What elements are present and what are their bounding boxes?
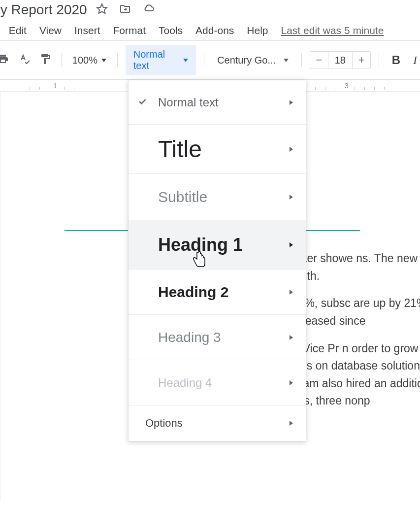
chevron-down-icon xyxy=(284,59,289,62)
style-label: Heading 3 xyxy=(158,330,221,345)
checkmark-icon xyxy=(137,96,147,109)
style-label: Heading 2 xyxy=(158,284,228,301)
chevron-right-icon xyxy=(290,195,293,200)
chevron-right-icon xyxy=(290,380,293,385)
style-label: Options xyxy=(145,417,183,430)
menu-view[interactable]: View xyxy=(39,25,62,36)
document-title[interactable]: onthly Report 2020 xyxy=(0,2,87,18)
paragraph-styles-dropdown[interactable]: Normal text xyxy=(126,45,196,75)
toolbar: 100% Normal text Century Go... − 18 + B … xyxy=(0,41,420,79)
style-label: Normal text xyxy=(158,96,219,109)
style-label: Subtitle xyxy=(158,189,207,205)
style-option-normal-text[interactable]: Normal text xyxy=(129,80,306,125)
menu-bar: e Edit View Insert Format Tools Add-ons … xyxy=(0,20,420,40)
font-family-label: Century Go... xyxy=(217,55,276,66)
zoom-dropdown[interactable]: 100% xyxy=(69,55,109,66)
menu-format[interactable]: Format xyxy=(113,25,146,36)
font-size-control: − 18 + xyxy=(310,51,371,69)
chevron-down-icon xyxy=(183,59,188,62)
last-edit-link[interactable]: Last edit was 5 minute xyxy=(281,25,384,36)
chevron-right-icon xyxy=(290,242,293,247)
italic-button[interactable]: I xyxy=(410,54,420,67)
increase-font-button[interactable]: + xyxy=(353,52,370,68)
font-size-value[interactable]: 18 xyxy=(328,52,353,68)
style-option-subtitle[interactable]: Subtitle xyxy=(129,174,306,220)
svg-marker-0 xyxy=(97,4,107,13)
menu-insert[interactable]: Insert xyxy=(74,25,100,36)
menu-addons[interactable]: Add-ons xyxy=(195,25,234,36)
style-option-heading-3[interactable]: Heading 3 xyxy=(129,315,306,360)
style-option-heading-4[interactable]: Heading 4 xyxy=(129,360,306,406)
chevron-right-icon xyxy=(290,100,293,105)
font-family-dropdown[interactable]: Century Go... xyxy=(212,55,293,66)
chevron-down-icon xyxy=(101,59,106,62)
menu-edit[interactable]: Edit xyxy=(9,25,27,36)
style-option-title[interactable]: Title xyxy=(129,125,306,174)
style-option-heading-2[interactable]: Heading 2 xyxy=(129,270,306,315)
move-to-folder-icon[interactable] xyxy=(119,3,131,17)
decrease-font-button[interactable]: − xyxy=(310,52,328,68)
zoom-value: 100% xyxy=(72,55,97,66)
paragraph-styles-menu: Normal text Title Subtitle Heading 1 Hea… xyxy=(128,80,306,441)
menu-help[interactable]: Help xyxy=(247,25,268,36)
chevron-right-icon xyxy=(290,421,293,426)
paint-format-icon[interactable] xyxy=(37,51,53,69)
style-option-heading-1[interactable]: Heading 1 xyxy=(129,220,306,270)
style-label: Heading 4 xyxy=(158,376,212,390)
style-label: Title xyxy=(158,135,202,163)
ruler-mark-1: 1 xyxy=(53,82,57,90)
title-bar: onthly Report 2020 xyxy=(0,0,420,20)
cloud-status-icon[interactable] xyxy=(142,3,155,17)
chevron-right-icon xyxy=(290,147,293,152)
style-label: Heading 1 xyxy=(158,235,243,255)
chevron-right-icon xyxy=(290,290,293,295)
chevron-right-icon xyxy=(290,335,293,340)
star-icon[interactable] xyxy=(96,3,108,17)
bold-button[interactable]: B xyxy=(387,53,405,67)
ruler-mark-3: 3 xyxy=(345,82,349,90)
spellcheck-icon[interactable] xyxy=(16,51,32,69)
print-icon[interactable] xyxy=(0,51,11,69)
style-option-options[interactable]: Options xyxy=(129,406,306,441)
menu-tools[interactable]: Tools xyxy=(159,25,183,36)
paragraph-style-label: Normal text xyxy=(133,49,170,71)
